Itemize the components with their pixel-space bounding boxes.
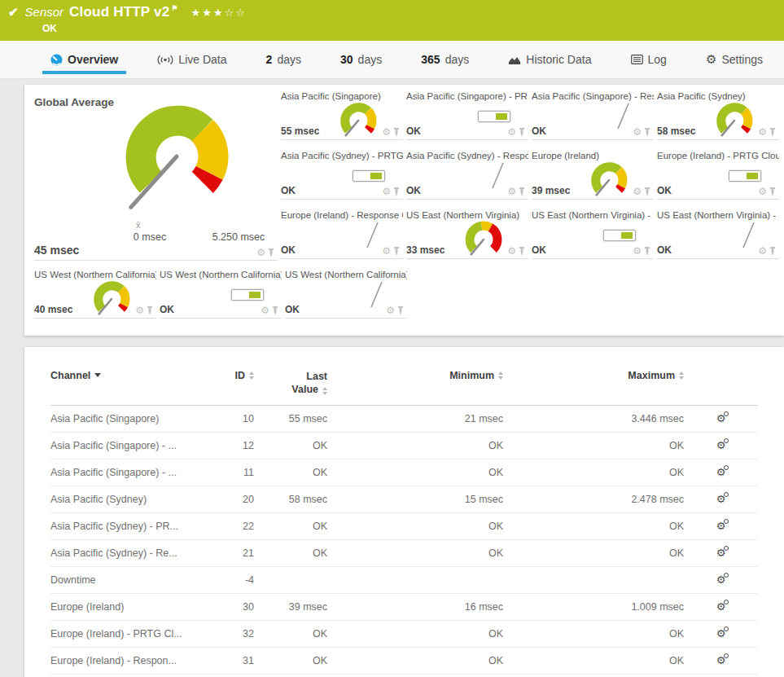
state-toggle-indicator bbox=[478, 111, 510, 122]
gear-icon[interactable]: ⚙ bbox=[507, 187, 516, 196]
channel-gauge-cell: Asia Pacific (Singapore)55 msec⚙ bbox=[281, 91, 403, 140]
gear-icon[interactable]: ⚙ bbox=[386, 306, 395, 315]
channel-settings-icon[interactable]: ⚙ bbox=[716, 655, 726, 666]
cell-action-icons: ⚙ bbox=[633, 187, 650, 196]
channel-cell-value: OK bbox=[532, 125, 546, 137]
channel-settings-icon[interactable]: ⚙ bbox=[716, 521, 726, 531]
channel-cell-title: US West (Northern California)... bbox=[160, 270, 282, 279]
global-average-cell: Global Average x̄ 0 msec 5.250 msec 45 m… bbox=[34, 91, 278, 261]
cell-last-value: OK bbox=[254, 547, 327, 559]
cell-minimum: 15 msec bbox=[327, 494, 503, 505]
channel-gauge-cell: US East (Northern Virginia) - ...OK⚙ bbox=[657, 210, 779, 259]
col-header-maximum[interactable]: Maximum bbox=[503, 370, 684, 397]
col-header-channel[interactable]: Channel bbox=[50, 370, 205, 397]
gear-icon[interactable]: ⚙ bbox=[633, 127, 642, 137]
channel-settings-icon[interactable]: ⚙ bbox=[716, 440, 726, 451]
cell-maximum: OK bbox=[503, 628, 684, 640]
tab-label: Settings bbox=[721, 53, 763, 66]
channel-settings-icon[interactable]: ⚙ bbox=[716, 601, 726, 612]
tab-overview[interactable]: Overview bbox=[46, 41, 123, 78]
pin-icon[interactable] bbox=[393, 247, 400, 256]
channel-settings-icon[interactable]: ⚙ bbox=[716, 494, 726, 504]
cell-last-value: OK bbox=[254, 467, 327, 478]
tab-log[interactable]: Log bbox=[626, 41, 672, 78]
cell-id: 32 bbox=[205, 628, 254, 640]
col-header-actions bbox=[684, 370, 758, 397]
cell-action-icons: ⚙ bbox=[758, 187, 776, 196]
state-toggle-indicator bbox=[603, 230, 636, 241]
gear-icon[interactable]: ⚙ bbox=[382, 246, 391, 256]
tab-settings[interactable]: ⚙Settings bbox=[701, 41, 768, 78]
gear-icon[interactable]: ⚙ bbox=[507, 127, 516, 137]
table-row: Asia Pacific (Sydney)2058 msec15 msec2.4… bbox=[50, 486, 758, 513]
mini-gauge bbox=[711, 99, 758, 147]
col-header-id[interactable]: ID bbox=[205, 370, 254, 397]
channel-settings-icon[interactable]: ⚙ bbox=[716, 574, 726, 585]
gear-icon[interactable]: ⚙ bbox=[633, 187, 642, 196]
cell-channel: Europe (Ireland) - PRTG Cl... bbox=[50, 628, 205, 640]
pin-icon[interactable] bbox=[519, 187, 525, 196]
pin-icon[interactable] bbox=[272, 306, 278, 315]
pin-icon[interactable] bbox=[769, 128, 776, 137]
settings-gear-icon: ⚙ bbox=[706, 52, 716, 67]
tab-days[interactable]: 365days bbox=[416, 41, 474, 78]
gauge-scale-max: 5.250 msec bbox=[194, 231, 283, 243]
cell-action-icons: ⚙ bbox=[256, 248, 274, 257]
cell-minimum: OK bbox=[327, 655, 503, 666]
table-row: Asia Pacific (Sydney) - PR...22OKOKOK⚙ bbox=[50, 513, 758, 540]
col-header-maximum-label: Maximum bbox=[628, 370, 675, 381]
gear-icon[interactable]: ⚙ bbox=[507, 246, 516, 256]
star-rating[interactable]: ★★★☆☆ bbox=[191, 7, 247, 19]
channel-cell-value: OK bbox=[406, 185, 421, 196]
pin-icon[interactable] bbox=[519, 247, 525, 256]
pin-icon[interactable] bbox=[769, 187, 776, 196]
cell-minimum: OK bbox=[327, 521, 503, 532]
tab-days[interactable]: 30days bbox=[335, 41, 387, 78]
gear-icon[interactable]: ⚙ bbox=[382, 187, 391, 196]
gear-icon[interactable]: ⚙ bbox=[261, 306, 269, 315]
table-row: Asia Pacific (Sydney) - Re...21OKOKOK⚙ bbox=[50, 540, 758, 567]
tab-historic-data[interactable]: Historic Data bbox=[503, 41, 596, 78]
gear-icon[interactable]: ⚙ bbox=[758, 127, 767, 137]
gear-icon[interactable]: ⚙ bbox=[633, 246, 642, 256]
pin-icon[interactable] bbox=[393, 128, 400, 137]
cell-last-value: 55 msec bbox=[254, 413, 327, 424]
cell-id: -4 bbox=[205, 574, 254, 586]
cell-id: 20 bbox=[205, 494, 254, 505]
channel-cell-value: 58 msec bbox=[657, 125, 695, 137]
pin-icon[interactable] bbox=[397, 306, 404, 315]
gear-icon[interactable]: ⚙ bbox=[758, 187, 767, 196]
pin-icon[interactable] bbox=[644, 247, 650, 256]
cell-id: 30 bbox=[205, 601, 254, 613]
channel-cell-title: US West (Northern California)... bbox=[285, 270, 407, 279]
channel-settings-icon[interactable]: ⚙ bbox=[716, 547, 726, 558]
gear-icon[interactable]: ⚙ bbox=[758, 246, 767, 256]
tab-label: days bbox=[277, 53, 301, 66]
pin-icon[interactable] bbox=[644, 128, 650, 137]
cell-action-icons: ⚙ bbox=[135, 306, 153, 315]
gear-icon[interactable]: ⚙ bbox=[382, 127, 391, 137]
tab-days[interactable]: 2days bbox=[261, 41, 306, 78]
channel-settings-icon[interactable]: ⚙ bbox=[716, 467, 726, 477]
tab-number: 365 bbox=[421, 53, 440, 66]
pin-icon[interactable] bbox=[147, 306, 153, 315]
cell-actions: ⚙ bbox=[684, 601, 758, 613]
tab-live-data[interactable]: Live Data bbox=[152, 41, 231, 78]
tab-label: Historic Data bbox=[526, 53, 591, 66]
tab-label: days bbox=[358, 53, 383, 66]
cell-channel: Asia Pacific (Singapore) bbox=[50, 413, 205, 424]
cell-action-icons: ⚙ bbox=[382, 187, 400, 196]
col-header-minimum[interactable]: Minimum bbox=[327, 370, 503, 397]
pin-icon[interactable] bbox=[268, 248, 274, 257]
pin-icon[interactable] bbox=[769, 247, 776, 256]
col-header-last-value[interactable]: Last Value bbox=[254, 370, 327, 397]
gear-icon[interactable]: ⚙ bbox=[256, 248, 265, 257]
channel-settings-icon[interactable]: ⚙ bbox=[716, 628, 726, 639]
pin-icon[interactable] bbox=[519, 128, 525, 137]
gear-icon[interactable]: ⚙ bbox=[135, 306, 144, 315]
pin-icon[interactable] bbox=[393, 187, 400, 196]
channel-settings-icon[interactable]: ⚙ bbox=[716, 413, 726, 424]
pin-icon[interactable] bbox=[644, 187, 650, 196]
cell-id: 31 bbox=[205, 655, 254, 666]
table-row: Asia Pacific (Singapore)1055 msec21 msec… bbox=[50, 406, 758, 433]
